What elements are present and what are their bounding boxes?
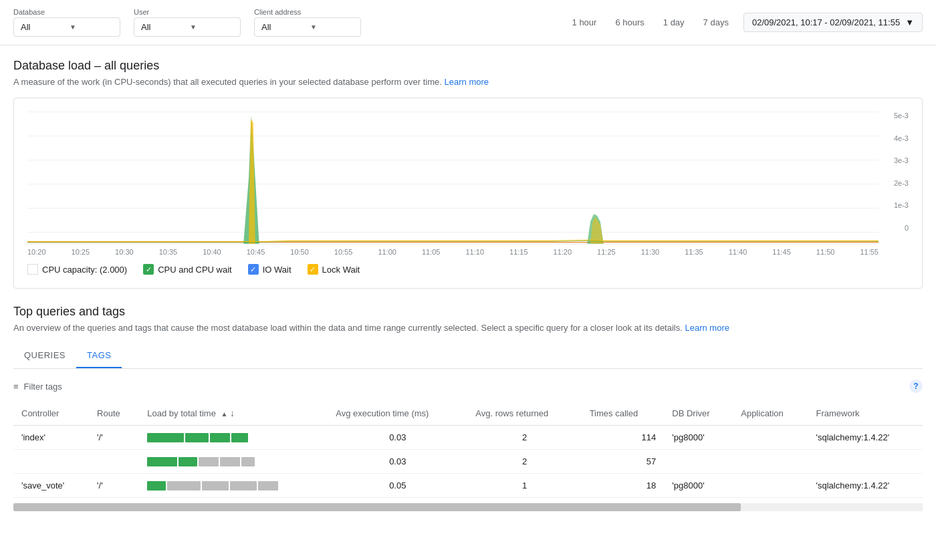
x-label-1105: 11:05 <box>422 248 441 256</box>
database-value: All <box>21 22 64 32</box>
chart-legend: CPU capacity: (2.000) ✓ CPU and CPU wait… <box>27 264 909 275</box>
x-label-1140: 11:40 <box>729 248 747 256</box>
user-value: All <box>141 22 185 32</box>
cell-avg-exec: 0.03 <box>328 450 467 474</box>
x-label-1110: 11:10 <box>465 248 484 256</box>
table-scrollbar[interactable] <box>13 503 923 511</box>
bottom-learn-more-link[interactable]: Learn more <box>685 323 729 333</box>
time-controls: 1 hour 6 hours 1 day 7 days 02/09/2021, … <box>568 13 923 32</box>
col-header-db-driver: DB Driver <box>664 401 733 426</box>
cell-framework <box>808 450 923 474</box>
load-bar <box>147 457 320 466</box>
load-segment <box>185 433 209 442</box>
x-label-1130: 11:30 <box>641 248 660 256</box>
chart-learn-more-link[interactable]: Learn more <box>445 77 489 87</box>
legend-cpu-capacity-icon <box>27 264 38 275</box>
table-row[interactable]: 0.03 2 57 <box>13 450 923 474</box>
cell-route: '/' <box>89 474 139 498</box>
chart-svg <box>27 112 879 245</box>
user-select[interactable]: All ▼ <box>134 17 241 37</box>
y-label-3e3: 3e-3 <box>882 156 909 164</box>
tab-tags[interactable]: TAGS <box>76 343 122 368</box>
chart-section: Database load – all queries A measure of… <box>0 45 936 289</box>
user-label: User <box>134 8 241 16</box>
x-label-1100: 11:00 <box>378 248 396 256</box>
x-label-1115: 11:15 <box>509 248 528 256</box>
legend-cpu-wait-icon: ✓ <box>143 264 154 275</box>
y-label-4e3: 4e-3 <box>882 134 909 142</box>
cell-avg-rows: 2 <box>467 426 581 450</box>
x-label-1055: 10:55 <box>334 248 353 256</box>
load-segment <box>167 481 201 491</box>
col-header-application: Application <box>733 401 808 426</box>
legend-cpu-wait: ✓ CPU and CPU wait <box>143 264 232 275</box>
cell-framework: 'sqlalchemy:1.4.22' <box>808 426 923 450</box>
bottom-description: An overview of the queries and tags that… <box>13 323 923 333</box>
load-segment <box>179 457 197 466</box>
legend-io-wait-icon: ✓ <box>248 264 259 275</box>
client-address-chevron-icon: ▼ <box>310 23 354 31</box>
cell-db-driver: 'pg8000' <box>664 474 733 498</box>
x-label-1035: 10:35 <box>159 248 178 256</box>
col-header-controller: Controller <box>13 401 89 426</box>
user-chevron-icon: ▼ <box>190 23 233 31</box>
y-label-1e3: 1e-3 <box>882 201 909 209</box>
x-label-1135: 11:35 <box>685 248 703 256</box>
cell-times-called: 114 <box>582 426 665 450</box>
client-address-select[interactable]: All ▼ <box>254 17 361 37</box>
x-label-1125: 11:25 <box>597 248 616 256</box>
cell-application <box>733 426 808 450</box>
legend-lock-wait-label: Lock Wait <box>322 265 360 275</box>
tab-queries[interactable]: QUERIES <box>13 343 76 368</box>
filter-row: ≡ Filter tags ? <box>13 380 923 393</box>
filter-icon: ≡ <box>13 382 19 392</box>
col-header-avg-rows: Avg. rows returned <box>467 401 581 426</box>
database-label: Database <box>13 8 120 16</box>
cell-controller <box>13 450 89 474</box>
scroll-thumb[interactable] <box>13 503 741 511</box>
time-btn-7days[interactable]: 7 days <box>699 15 733 30</box>
database-select[interactable]: All ▼ <box>13 17 120 37</box>
sort-asc-icon: ▲ <box>221 410 228 418</box>
time-btn-6hours[interactable]: 6 hours <box>611 15 648 30</box>
x-label-1045: 10:45 <box>247 248 265 256</box>
help-icon[interactable]: ? <box>909 380 923 393</box>
col-header-load[interactable]: Load by total time ▲ ↓ <box>139 401 328 426</box>
x-label-1025: 10:25 <box>72 248 90 256</box>
cell-avg-rows: 1 <box>467 474 581 498</box>
load-segment <box>241 457 255 466</box>
load-segment <box>147 481 166 491</box>
x-label-1030: 10:30 <box>115 248 134 256</box>
table-row[interactable]: 'save_vote' '/' 0.05 1 18 'pg8000' 'sq <box>13 474 923 498</box>
cell-controller: 'index' <box>13 426 89 450</box>
cell-db-driver: 'pg8000' <box>664 426 733 450</box>
cell-application <box>733 474 808 498</box>
x-label-1145: 11:45 <box>772 248 791 256</box>
y-label-0: 0 <box>882 224 909 232</box>
x-label-1120: 11:20 <box>554 248 572 256</box>
cell-controller: 'save_vote' <box>13 474 89 498</box>
x-label-1050: 10:50 <box>290 248 309 256</box>
load-segment <box>199 457 219 466</box>
legend-lock-wait: ✓ Lock Wait <box>308 264 360 275</box>
load-bar <box>147 433 320 442</box>
bottom-section: Top queries and tags An overview of the … <box>0 289 936 511</box>
time-btn-1hour[interactable]: 1 hour <box>568 15 601 30</box>
y-label-5e3: 5e-3 <box>882 112 909 120</box>
database-chevron-icon: ▼ <box>70 23 113 31</box>
sort-desc-icon[interactable]: ↓ <box>230 408 235 418</box>
x-label-1040: 10:40 <box>203 248 221 256</box>
time-range-picker[interactable]: 02/09/2021, 10:17 - 02/09/2021, 11:55 ▼ <box>743 13 923 32</box>
col-header-times-called: Times called <box>582 401 665 426</box>
y-label-2e3: 2e-3 <box>882 179 909 187</box>
table-row[interactable]: 'index' '/' 0.03 2 114 'pg8000' 'sqlalch… <box>13 426 923 450</box>
cell-db-driver <box>664 450 733 474</box>
chart-description: A measure of the work (in CPU-seconds) t… <box>13 77 923 87</box>
time-btn-1day[interactable]: 1 day <box>659 15 689 30</box>
x-label-1150: 11:50 <box>816 248 835 256</box>
cell-times-called: 57 <box>582 450 665 474</box>
chart-area: 5e-3 4e-3 3e-3 2e-3 1e-3 0 <box>27 112 909 245</box>
time-range-value: 02/09/2021, 10:17 - 02/09/2021, 11:55 <box>752 17 900 27</box>
legend-lock-wait-icon: ✓ <box>308 264 318 275</box>
x-label-1155: 11:55 <box>860 248 879 256</box>
